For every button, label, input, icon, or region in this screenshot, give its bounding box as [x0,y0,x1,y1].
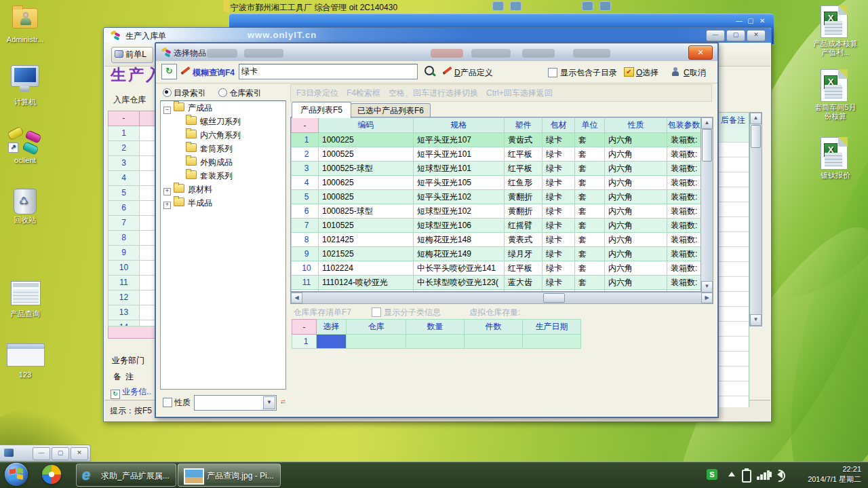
close-button[interactable]: ✕ [71,447,88,460]
row-number[interactable]: 11 [108,276,140,290]
product-cell[interactable]: 1000825 [319,190,414,204]
product-cell[interactable]: 1110124-喷砂亚光 [319,276,414,290]
product-cell[interactable]: 套 [575,162,605,176]
product-row[interactable]: 91021525短梅花亚光149绿月牙绿卡套内六角装箱数: [292,247,701,261]
product-cell[interactable]: 短球型亚光101 [414,162,505,176]
select-button[interactable]: O选择 [636,67,658,79]
scrollbar-thumb[interactable] [543,293,565,303]
desktop-icon-computer[interactable]: 计算机 [3,64,47,107]
product-cell[interactable]: 装箱数: [667,219,701,233]
product-cell[interactable]: 黄翻折 [505,204,542,219]
product-row[interactable]: 61000825-球型短球型亚光102黄翻折绿卡套内六角装箱数: [292,204,701,219]
nature-checkbox[interactable] [163,398,172,407]
browser-pinned-icon[interactable] [42,465,61,484]
stock-selected-cell[interactable] [317,335,347,349]
tree-item[interactable]: 外购成品 [161,155,285,169]
product-cell[interactable]: 内六角 [605,233,667,247]
product-cell[interactable]: 黄齿式 [505,133,542,147]
row-number[interactable]: 3 [108,156,140,170]
row-number-cell[interactable]: 7 [292,219,319,233]
row-number[interactable]: 13 [108,305,140,320]
scroll-up-icon[interactable]: ▲ [701,117,713,129]
speaker-icon[interactable] [777,470,783,478]
row-number[interactable]: 9 [108,246,140,260]
stock-cell[interactable] [465,335,523,349]
dialog-titlebar[interactable]: 选择物品 ✕ [156,43,717,61]
row-number-cell[interactable]: 9 [292,247,319,261]
row-number-cell[interactable]: 6 [292,204,319,219]
tab-selected-products[interactable]: 已选中产品列表F6 [351,103,431,118]
product-cell[interactable]: 红摇臂 [505,219,542,233]
scroll-up-icon[interactable]: ▲ [750,113,762,124]
chevron-down-icon[interactable]: ▼ [263,396,275,409]
product-cell[interactable]: 短梅花亚光149 [414,247,505,261]
product-cell[interactable]: 绿卡 [542,247,575,261]
tree-item[interactable]: 螺丝刀系列 [161,115,285,128]
product-cell[interactable]: 绿卡 [542,190,575,204]
product-define-button[interactable]: D产品定义 [454,67,493,79]
product-cell[interactable]: 套 [575,204,605,219]
minimize-icon[interactable]: — [736,17,743,24]
entry-window-titlebar[interactable]: 生产入库单 www.onlyIT.cn — ▢ ✕ [104,28,771,43]
scrollbar-thumb[interactable] [751,125,761,148]
row-number[interactable]: 12 [108,290,140,305]
scroll-right-icon[interactable]: ▶ [701,293,713,303]
row-number[interactable]: 8 [108,231,140,245]
tree-item[interactable]: 内六角系列 [161,128,285,142]
product-cell[interactable]: 1000225 [319,133,414,147]
battery-icon[interactable] [742,470,751,483]
product-cell[interactable]: 内六角 [605,162,667,176]
close-button[interactable]: ✕ [747,30,766,41]
row-number-cell[interactable]: 8 [292,233,319,247]
product-cell[interactable]: 内六角 [605,247,667,261]
product-row[interactable]: 51000825短平头亚光102黄翻折绿卡套内六角装箱数: [292,190,701,204]
show-subdir-checkbox[interactable] [548,68,557,77]
desktop-icon-excel-quote[interactable]: X 镀钛报价 [811,137,860,180]
warehouse-index-radio[interactable] [218,88,227,97]
product-cell[interactable]: 套 [575,219,605,233]
restore-button[interactable]: ▢ [52,447,69,460]
row-number-cell[interactable]: 5 [292,190,319,204]
scroll-down-icon[interactable]: ▼ [750,314,762,326]
cancel-button[interactable]: C取消 [684,67,706,79]
product-cell[interactable]: 装箱数: [667,162,701,176]
product-cell[interactable]: 红鱼形 [505,176,542,190]
product-row[interactable]: 111110124-喷砂亚光中长球型喷砂亚光123(蓝大齿绿卡套内六角装箱数: [292,276,701,290]
product-cell[interactable]: 装箱数: [667,204,701,219]
taskbar-item-image-viewer[interactable]: 产品查询.jpg - Pi... [178,464,281,487]
product-cell[interactable]: 绿卡 [542,233,575,247]
nature-combobox[interactable]: ▼ [194,395,277,411]
product-cell[interactable]: 装箱数: [667,190,701,204]
product-row[interactable]: 21000525短平头亚光101红平板绿卡套内六角装箱数: [292,147,701,162]
product-cell[interactable]: 套 [575,190,605,204]
row-number[interactable]: 14 [108,320,140,326]
product-cell[interactable]: 内六角 [605,133,667,147]
row-number[interactable]: 4 [108,171,140,185]
product-cell[interactable]: 绿卡 [542,133,575,147]
product-cell[interactable]: 绿卡 [542,147,575,162]
product-cell[interactable]: 内六角 [605,147,667,162]
product-cell[interactable]: 装箱数: [667,233,701,247]
taskbar-clock[interactable]: 22:21 2014/7/1 星期二 [790,464,861,485]
product-cell[interactable]: 装箱数: [667,176,701,190]
collapse-icon[interactable]: − [163,107,171,114]
start-button[interactable] [5,463,28,486]
product-cell[interactable]: 套 [575,176,605,190]
product-cell[interactable]: 内六角 [605,204,667,219]
entry-vertical-scrollbar[interactable]: ▲ ▼ [749,112,762,326]
fuzzy-search-input[interactable] [239,64,418,79]
row-number[interactable]: 5 [108,186,140,200]
product-cell[interactable]: 装箱数: [667,276,701,290]
expand-icon[interactable]: + [163,188,171,195]
product-cell[interactable]: 套 [575,261,605,276]
product-cell[interactable]: 绿卡 [542,261,575,276]
product-cell[interactable]: 内六角 [605,219,667,233]
desktop-icon-recycle-bin[interactable]: 回收站 [3,186,47,225]
stock-cell[interactable] [523,335,581,349]
product-cell[interactable]: 红平板 [505,147,542,162]
row-number-cell[interactable]: 1 [292,133,319,147]
product-cell[interactable]: 短球型亚光102 [414,204,505,219]
product-cell[interactable]: 套 [575,233,605,247]
expand-icon[interactable]: + [163,202,171,209]
product-cell[interactable]: 中长球型喷砂亚光123( [414,276,505,290]
